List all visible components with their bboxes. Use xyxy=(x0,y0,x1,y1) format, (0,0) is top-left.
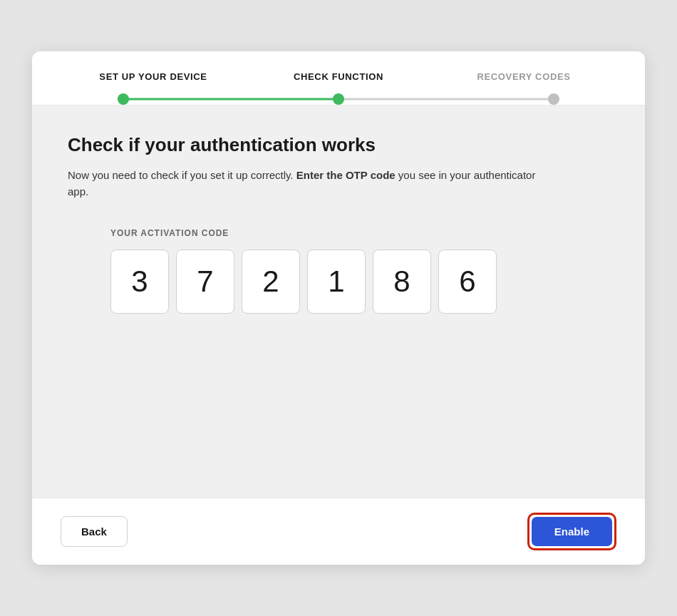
description-bold: Enter the OTP code xyxy=(296,169,396,181)
otp-digit-5: 8 xyxy=(373,250,431,314)
otp-digit-1: 3 xyxy=(110,250,169,314)
stepper-line-filled-1 xyxy=(118,98,338,101)
enable-button[interactable]: Enable xyxy=(532,517,612,546)
step-label-3: RECOVERY CODES xyxy=(431,71,616,82)
content-description: Now you need to check if you set it up c… xyxy=(68,168,552,200)
step-label-2: CHECK FUNCTION xyxy=(246,71,431,82)
otp-digit-2: 7 xyxy=(176,250,234,314)
modal-container: SET UP YOUR DEVICE CHECK FUNCTION RECOVE… xyxy=(32,51,645,565)
stepper-dot-2 xyxy=(333,93,344,105)
main-content: Check if your authentication works Now y… xyxy=(32,106,645,498)
stepper-dot-3 xyxy=(548,93,559,105)
description-plain: Now you need to check if you set it up c… xyxy=(68,169,296,181)
step-label-1: SET UP YOUR DEVICE xyxy=(61,71,246,82)
stepper-track xyxy=(61,93,616,105)
stepper-line-empty-1 xyxy=(338,98,559,101)
otp-digit-3: 2 xyxy=(242,250,300,314)
activation-section: YOUR ACTIVATION CODE 3 7 2 1 8 6 xyxy=(110,228,609,314)
stepper-header: SET UP YOUR DEVICE CHECK FUNCTION RECOVE… xyxy=(32,51,645,106)
stepper-labels: SET UP YOUR DEVICE CHECK FUNCTION RECOVE… xyxy=(61,71,616,82)
back-button[interactable]: Back xyxy=(61,516,128,547)
otp-digit-4: 1 xyxy=(307,250,366,314)
page-title: Check if your authentication works xyxy=(68,134,609,156)
stepper-dot-1 xyxy=(118,93,129,105)
activation-label: YOUR ACTIVATION CODE xyxy=(110,228,229,238)
enable-button-wrapper: Enable xyxy=(527,513,616,550)
footer: Back Enable xyxy=(32,498,645,565)
otp-digit-6: 6 xyxy=(438,250,497,314)
otp-digits-container: 3 7 2 1 8 6 xyxy=(110,250,497,314)
